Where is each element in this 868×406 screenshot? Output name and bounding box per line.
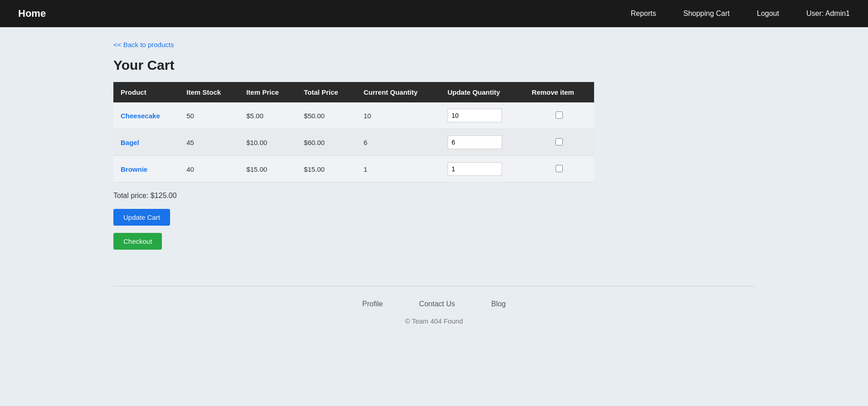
cell-product-1: Bagel bbox=[113, 129, 179, 156]
checkout-button[interactable]: Checkout bbox=[113, 233, 162, 250]
cell-remove-1[interactable] bbox=[525, 129, 594, 156]
cell-remove-0[interactable] bbox=[525, 102, 594, 129]
navbar: Home Reports Shopping Cart Logout User: … bbox=[0, 0, 868, 27]
total-price: Total price: $125.00 bbox=[113, 192, 755, 200]
col-item-stock: Item Stock bbox=[179, 82, 239, 102]
navbar-brand[interactable]: Home bbox=[18, 8, 46, 19]
col-remove-item: Remove item bbox=[525, 82, 594, 102]
cell-current-qty-0: 10 bbox=[356, 102, 440, 129]
table-row: Bagel 45 $10.00 $60.00 6 bbox=[113, 129, 594, 156]
col-total-price: Total Price bbox=[297, 82, 356, 102]
navbar-user: User: Admin1 bbox=[806, 10, 850, 18]
cell-update-qty-1[interactable] bbox=[440, 129, 525, 156]
cell-product-0: Cheesecake bbox=[113, 102, 179, 129]
cell-total-2: $15.00 bbox=[297, 156, 356, 183]
qty-input-1[interactable] bbox=[448, 135, 502, 149]
table-body: Cheesecake 50 $5.00 $50.00 10 Bagel 45 $… bbox=[113, 102, 594, 183]
cell-remove-2[interactable] bbox=[525, 156, 594, 183]
product-link-1[interactable]: Bagel bbox=[121, 139, 139, 146]
qty-input-2[interactable] bbox=[448, 162, 502, 176]
cell-total-0: $50.00 bbox=[297, 102, 356, 129]
cell-update-qty-2[interactable] bbox=[440, 156, 525, 183]
cell-price-0: $5.00 bbox=[239, 102, 297, 129]
cell-current-qty-1: 6 bbox=[356, 129, 440, 156]
cell-product-2: Brownie bbox=[113, 156, 179, 183]
navbar-reports-link[interactable]: Reports bbox=[631, 10, 656, 18]
cell-total-1: $60.00 bbox=[297, 129, 356, 156]
cell-stock-1: 45 bbox=[179, 129, 239, 156]
qty-input-0[interactable] bbox=[448, 109, 502, 122]
footer-blog-link[interactable]: Blog bbox=[491, 300, 506, 308]
col-item-price: Item Price bbox=[239, 82, 297, 102]
footer-links: Profile Contact Us Blog bbox=[113, 300, 755, 308]
navbar-links: Reports Shopping Cart Logout User: Admin… bbox=[631, 10, 850, 18]
navbar-shopping-cart-link[interactable]: Shopping Cart bbox=[683, 10, 730, 18]
table-header: Product Item Stock Item Price Total Pric… bbox=[113, 82, 594, 102]
cell-stock-2: 40 bbox=[179, 156, 239, 183]
back-to-products-link[interactable]: << Back to products bbox=[113, 41, 174, 48]
cell-current-qty-2: 1 bbox=[356, 156, 440, 183]
remove-checkbox-1[interactable] bbox=[556, 138, 563, 145]
table-row: Brownie 40 $15.00 $15.00 1 bbox=[113, 156, 594, 183]
table-row: Cheesecake 50 $5.00 $50.00 10 bbox=[113, 102, 594, 129]
cell-stock-0: 50 bbox=[179, 102, 239, 129]
cell-price-2: $15.00 bbox=[239, 156, 297, 183]
navbar-logout-link[interactable]: Logout bbox=[757, 10, 779, 18]
cart-table: Product Item Stock Item Price Total Pric… bbox=[113, 82, 594, 183]
footer: Profile Contact Us Blog © Team 404 Found bbox=[113, 286, 755, 329]
col-product: Product bbox=[113, 82, 179, 102]
footer-contact-link[interactable]: Contact Us bbox=[419, 300, 455, 308]
update-cart-button[interactable]: Update Cart bbox=[113, 209, 170, 226]
remove-checkbox-2[interactable] bbox=[556, 165, 563, 172]
cell-update-qty-0[interactable] bbox=[440, 102, 525, 129]
cell-price-1: $10.00 bbox=[239, 129, 297, 156]
remove-checkbox-0[interactable] bbox=[556, 111, 563, 119]
footer-copyright: © Team 404 Found bbox=[113, 317, 755, 325]
footer-profile-link[interactable]: Profile bbox=[362, 300, 383, 308]
col-current-quantity: Current Quantity bbox=[356, 82, 440, 102]
col-update-quantity: Update Quantity bbox=[440, 82, 525, 102]
page-title: Your Cart bbox=[113, 58, 755, 73]
main-content: << Back to products Your Cart Product It… bbox=[0, 27, 868, 343]
product-link-2[interactable]: Brownie bbox=[121, 165, 147, 173]
product-link-0[interactable]: Cheesecake bbox=[121, 112, 160, 120]
